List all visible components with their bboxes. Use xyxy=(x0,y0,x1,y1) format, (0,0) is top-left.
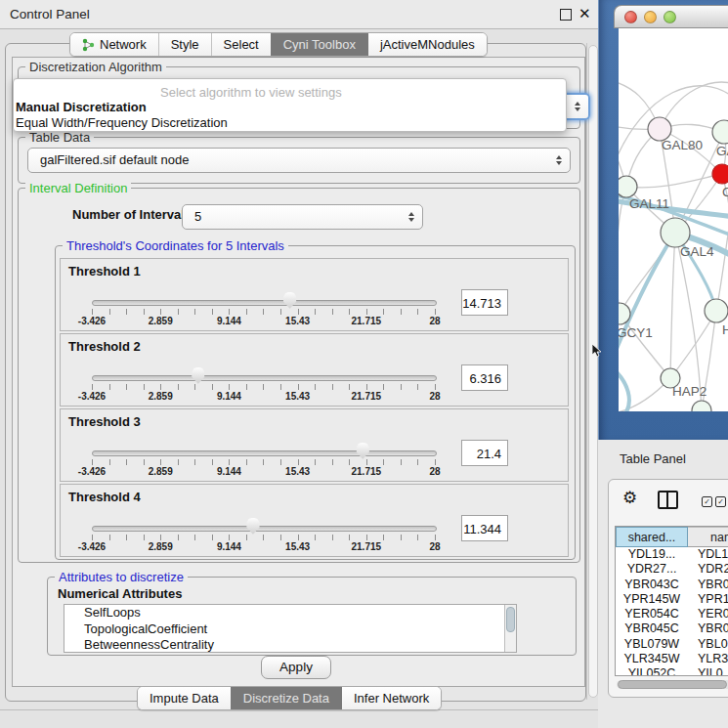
cell-shared-name[interactable]: YER054C xyxy=(616,607,688,621)
attribute-list-item[interactable]: SelfLoops xyxy=(64,605,516,621)
cell-name[interactable]: YDL1 xyxy=(688,547,728,562)
algorithm-popup-item[interactable]: Equal Width/Frequency Discretization xyxy=(16,115,228,130)
table-row[interactable]: YPR145WYPR1 xyxy=(616,592,728,607)
threshold-slider[interactable]: -3.4262.8599.14415.4321.71528 xyxy=(92,292,435,327)
node-attribute-table[interactable]: shared... name YDL19...YDL1YDR27...YDR2Y… xyxy=(615,526,728,676)
combo-arrows-icon xyxy=(575,102,580,111)
slider-thumb-icon[interactable] xyxy=(282,292,297,309)
threshold-slider[interactable]: -3.4262.8599.14415.4321.71528 xyxy=(92,443,435,478)
network-window-titlebar[interactable] xyxy=(614,5,728,28)
threshold-value-field[interactable]: 21.4 xyxy=(461,440,508,466)
cell-name[interactable]: YER0 xyxy=(688,607,728,621)
slider-track[interactable] xyxy=(92,526,437,532)
checkbox-icon[interactable]: ✓ xyxy=(702,496,712,507)
cell-name[interactable]: YLR3 xyxy=(688,652,728,666)
threshold-slider[interactable]: -3.4262.8599.14415.4321.71528 xyxy=(92,367,435,403)
table-row[interactable]: YDR27...YDR2 xyxy=(616,562,728,577)
cell-name[interactable]: YDR2 xyxy=(688,562,728,577)
close-icon[interactable]: ✕ xyxy=(578,5,591,22)
network-node-gal4[interactable] xyxy=(661,218,690,247)
columns-icon[interactable] xyxy=(658,491,678,509)
gear-icon[interactable]: ⚙ xyxy=(622,488,637,507)
tab-infer-network[interactable]: Infer Network xyxy=(341,687,441,709)
numerical-attributes-list[interactable]: SelfLoopsTopologicalCoefficientBetweenne… xyxy=(64,604,517,653)
tab-select[interactable]: Select xyxy=(211,33,271,56)
table-row[interactable]: YDL19...YDL1 xyxy=(616,547,728,562)
cell-name[interactable]: YBR0 xyxy=(688,578,728,592)
table-row[interactable]: YLR345WYLR3 xyxy=(616,652,728,666)
number-of-intervals-combobox[interactable]: 5 xyxy=(182,204,423,230)
slider-tick-labels: -3.4262.8599.14415.4321.71528 xyxy=(92,391,435,403)
float-panel-icon[interactable] xyxy=(560,9,572,21)
cell-name[interactable]: YBR0 xyxy=(688,621,728,636)
algorithm-popup-item[interactable]: Manual Discretization xyxy=(16,100,147,114)
slider-ticks xyxy=(92,384,436,390)
cell-shared-name[interactable]: YLR345W xyxy=(616,652,688,666)
threshold-value-field[interactable]: 6.316 xyxy=(461,364,508,391)
close-traffic-light-icon[interactable] xyxy=(624,11,637,23)
scrollbar-thumb[interactable] xyxy=(506,607,515,632)
network-canvas[interactable]: GAL80GACGAL11GAL4GCY1HAHAP2 xyxy=(619,28,728,411)
cell-shared-name[interactable]: YBR045C xyxy=(616,621,688,636)
slider-thumb-icon[interactable] xyxy=(356,443,370,459)
tab-discretize-data[interactable]: Discretize Data xyxy=(231,687,341,709)
slider-thumb-icon[interactable] xyxy=(245,518,260,535)
cell-name[interactable]: YIL0 xyxy=(688,666,728,676)
network-node-label: GA xyxy=(716,144,728,158)
column-header-shared-name[interactable]: shared... xyxy=(616,527,688,547)
tick-label: 2.859 xyxy=(149,316,173,326)
network-node-c[interactable] xyxy=(712,164,728,184)
tab-network[interactable]: Network xyxy=(70,33,158,56)
scrollbar-thumb[interactable] xyxy=(618,680,727,689)
cell-shared-name[interactable]: YDL19... xyxy=(616,547,688,562)
cell-shared-name[interactable]: YDR27... xyxy=(616,562,688,577)
slider-track[interactable] xyxy=(92,300,437,306)
cell-shared-name[interactable]: YBL079W xyxy=(616,637,688,652)
attribute-list-item[interactable]: BetweennessCentrality xyxy=(64,637,516,653)
tab-style[interactable]: Style xyxy=(158,33,211,56)
network-graph[interactable]: GAL80GACGAL11GAL4GCY1HAHAP2 xyxy=(619,28,728,411)
tab-impute-data[interactable]: Impute Data xyxy=(138,687,231,709)
threshold-slider[interactable]: -3.4262.8599.14415.4321.71528 xyxy=(92,518,435,553)
table-horizontal-scrollbar[interactable] xyxy=(617,680,728,689)
threshold-label: Threshold 2 xyxy=(68,339,141,354)
interval-definition-group: Interval Definition Number of Intervals … xyxy=(18,188,580,563)
node-table-panel: ⚙ ✓ ✓ shared... name YDL19...YDL1YDR27..… xyxy=(608,479,728,698)
cell-shared-name[interactable]: YIL052C xyxy=(616,666,688,676)
minimize-traffic-light-icon[interactable] xyxy=(644,11,657,23)
network-node-gal11[interactable] xyxy=(619,176,637,197)
slider-track[interactable] xyxy=(92,450,437,456)
table-row[interactable]: YER054CYER0 xyxy=(616,607,728,621)
attributes-list-scrollbar[interactable] xyxy=(504,605,516,652)
tab-label: Cyni Toolbox xyxy=(283,37,356,52)
table-row[interactable]: YBL079WYBL0 xyxy=(616,637,728,652)
threshold-row: Threshold 3 -3.4262.8599.14415.4321.7152… xyxy=(60,408,569,482)
slider-ticks xyxy=(92,309,436,315)
slider-tick-labels: -3.4262.8599.14415.4321.71528 xyxy=(92,541,435,553)
cell-name[interactable]: YPR1 xyxy=(688,592,728,607)
slider-thumb-icon[interactable] xyxy=(191,367,205,384)
column-header-name[interactable]: name xyxy=(688,527,728,547)
threshold-value-field[interactable]: 14.713 xyxy=(461,289,508,316)
network-node-ga[interactable] xyxy=(712,120,728,144)
tab-label: Discretize Data xyxy=(243,691,329,706)
tab-cyni-toolbox[interactable]: Cyni Toolbox xyxy=(271,33,367,56)
cell-shared-name[interactable]: YBR043C xyxy=(616,578,688,592)
apply-button[interactable]: Apply xyxy=(261,656,331,679)
threshold-value-field[interactable]: 11.344 xyxy=(461,515,508,541)
cell-shared-name[interactable]: YPR145W xyxy=(616,592,688,607)
table-row[interactable]: YIL052CYIL0 xyxy=(616,666,728,676)
slider-track[interactable] xyxy=(92,375,437,381)
network-node[interactable] xyxy=(692,401,711,411)
cell-name[interactable]: YBL0 xyxy=(688,637,728,652)
tick-label: 15.43 xyxy=(285,466,310,477)
attribute-list-item[interactable]: TopologicalCoefficient xyxy=(64,621,516,638)
table-data-combobox[interactable]: galFiltered.sif default node xyxy=(27,148,571,173)
zoom-traffic-light-icon[interactable] xyxy=(664,11,676,23)
tab-jactivemnodules[interactable]: jActiveMNodules xyxy=(367,33,487,56)
table-row[interactable]: YBR043CYBR0 xyxy=(616,578,728,592)
table-row[interactable]: YBR045CYBR0 xyxy=(616,621,728,636)
scrollbar-thumb[interactable] xyxy=(588,45,598,698)
checkbox-icon[interactable]: ✓ xyxy=(715,496,726,507)
network-node-ha[interactable] xyxy=(705,299,728,322)
